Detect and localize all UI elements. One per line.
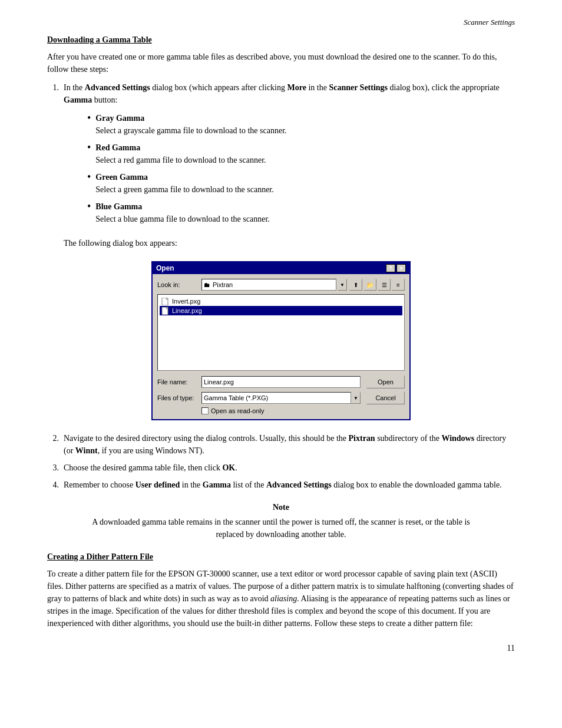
note-section: Note A downloaded gamma table remains in… [82, 503, 480, 541]
winnt-ref: Winnt [75, 446, 98, 455]
bullet-red-gamma: • Red Gamma Select a red gamma file to d… [87, 141, 515, 166]
page-number: 11 [507, 644, 515, 653]
bullet-dot-4: • [87, 200, 91, 225]
up-folder-button[interactable]: ⬆ [349, 279, 362, 291]
step-1-content: In the Advanced Settings dialog box (whi… [64, 81, 515, 231]
bullet-gray-content: Gray Gamma Select a grayscale gamma file… [95, 112, 515, 137]
file-type-arrow[interactable]: ▼ [351, 392, 361, 404]
file-type-row: Files of type: Gamma Table (*.PXG) ▼ Can… [157, 391, 405, 404]
file-type-combo[interactable]: Gamma Table (*.PXG) [201, 392, 351, 404]
cancel-button-col: Cancel [366, 391, 405, 404]
bullet-red-content: Red Gamma Select a red gamma file to dow… [95, 141, 515, 166]
gamma-list-ref: Gamma [203, 480, 231, 489]
gray-gamma-label: Gray Gamma [95, 114, 144, 123]
step-1-number: 1. [47, 81, 59, 231]
file-icon-2 [161, 307, 170, 315]
bullet-green-gamma: • Green Gamma Select a green gamma file … [87, 171, 515, 196]
file-name-input[interactable] [201, 376, 361, 388]
aliasing-word: aliasing [270, 594, 297, 603]
file-item-2[interactable]: Linear.pxg [160, 306, 402, 315]
action-buttons: Open [366, 375, 405, 388]
section1-title: Downloading a Gamma Table [47, 35, 515, 45]
step-4-number: 4. [47, 479, 59, 491]
section2-body: To create a dither pattern file for the … [47, 568, 515, 630]
look-in-label: Look in: [157, 281, 201, 288]
file-item-1[interactable]: Invert.pxg [160, 297, 402, 306]
scanner-settings-ref: Scanner Settings [329, 83, 388, 92]
bullet-dot-2: • [87, 141, 91, 166]
open-dialog: Open ? × Look in: 🖿 Pixtran ▼ [151, 261, 411, 420]
page-header: Scanner Settings [464, 18, 515, 27]
file-type-label: Files of type: [157, 394, 201, 401]
bullet-gray-gamma: • Gray Gamma Select a grayscale gamma fi… [87, 112, 515, 137]
open-button[interactable]: Open [366, 375, 405, 388]
look-in-combo[interactable]: 🖿 Pixtran ▼ [201, 279, 347, 291]
bullet-blue-content: Blue Gamma Select a blue gamma file to d… [95, 200, 515, 225]
section1-intro: After you have created one or more gamma… [47, 51, 515, 75]
document-icon-1 [161, 298, 170, 305]
document-icon-2 [161, 307, 170, 315]
bullet-dot-1: • [87, 112, 91, 137]
read-only-checkbox[interactable] [201, 407, 209, 414]
section2-title: Creating a Dither Pattern File [47, 552, 515, 562]
red-gamma-label: Red Gamma [95, 143, 140, 152]
step-3-number: 3. [47, 462, 59, 474]
windows-ref: Windows [441, 434, 474, 443]
user-defined-ref: User defined [135, 480, 180, 489]
step-3-content: Choose the desired gamma table file, the… [64, 462, 515, 474]
green-gamma-label: Green Gamma [95, 173, 148, 182]
step-2-content: Navigate to the desired directory using … [64, 432, 515, 457]
step-2: 2. Navigate to the desired directory usi… [47, 432, 515, 457]
step-4-content: Remember to choose User defined in the G… [64, 479, 515, 491]
pixtran-ref: Pixtran [349, 434, 375, 443]
look-in-value[interactable]: 🖿 Pixtran [201, 279, 336, 291]
look-in-arrow[interactable]: ▼ [338, 279, 347, 291]
close-button[interactable]: × [396, 264, 406, 272]
step-4: 4. Remember to choose User defined in th… [47, 479, 515, 491]
dialog-container: Open ? × Look in: 🖿 Pixtran ▼ [47, 261, 515, 420]
dialog-intro: The following dialog box appears: [64, 237, 515, 249]
new-folder-button[interactable]: 📁 [363, 279, 376, 291]
blue-gamma-label: Blue Gamma [95, 202, 142, 211]
step-2-number: 2. [47, 432, 59, 457]
toolbar-buttons[interactable]: ⬆ 📁 ☰ ≡ [349, 279, 405, 291]
file-name-row: File name: Open [157, 375, 405, 388]
details-view-button[interactable]: ≡ [392, 279, 405, 291]
file-icon-1 [161, 297, 170, 305]
advanced-settings-ref: Advanced Settings [85, 83, 150, 92]
more-ref: More [287, 83, 306, 92]
checkbox-row: Open as read-only [201, 407, 405, 414]
gamma-ref: Gamma [64, 95, 92, 104]
dialog-title: Open [156, 264, 174, 272]
note-text: A downloaded gamma table remains in the … [82, 516, 480, 541]
file-area[interactable]: Invert.pxg Linear.pxg [157, 294, 405, 371]
bullet-blue-gamma: • Blue Gamma Select a blue gamma file to… [87, 200, 515, 225]
titlebar-buttons[interactable]: ? × [386, 264, 406, 272]
ok-ref: OK [222, 463, 235, 472]
dialog-body: Look in: 🖿 Pixtran ▼ ⬆ 📁 ☰ ≡ [153, 274, 409, 419]
look-in-row: Look in: 🖿 Pixtran ▼ ⬆ 📁 ☰ ≡ [157, 279, 405, 291]
file-name-label: File name: [157, 378, 201, 386]
read-only-label: Open as read-only [211, 407, 265, 414]
dialog-titlebar: Open ? × [153, 262, 409, 274]
note-title: Note [82, 503, 480, 512]
step-3: 3. Choose the desired gamma table file, … [47, 462, 515, 474]
list-view-button[interactable]: ☰ [378, 279, 391, 291]
bullet-green-content: Green Gamma Select a green gamma file to… [95, 171, 515, 196]
file-name-2: Linear.pxg [172, 307, 202, 314]
help-button[interactable]: ? [386, 264, 395, 272]
advanced-settings-ref2: Advanced Settings [266, 480, 332, 489]
step-1: 1. In the Advanced Settings dialog box (… [47, 81, 515, 231]
cancel-button[interactable]: Cancel [366, 391, 405, 404]
bullet-dot-3: • [87, 171, 91, 196]
file-name-1: Invert.pxg [172, 298, 200, 305]
